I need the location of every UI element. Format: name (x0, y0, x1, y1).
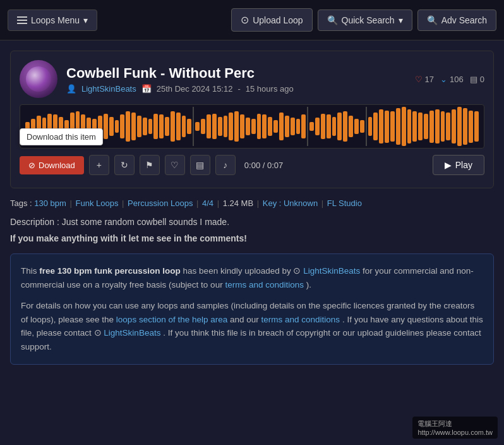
loop-stats: ♡ 17 ⌄ 106 ▤ 0 (415, 75, 484, 84)
watermark-url: http://www.loopu.com.tw (417, 429, 493, 436)
avatar (20, 60, 57, 98)
loop-title-area: Cowbell Funk - Without Perc 👤 LightSkinB… (66, 65, 406, 94)
tags-label: Tags : (10, 198, 32, 208)
comment-button[interactable]: ▤ (190, 155, 210, 175)
time-total: 0:07 (267, 161, 283, 170)
info-para-1: This free 130 bpm funk percussion loop h… (21, 264, 483, 291)
controls-bar: Download this item ⊘ Download + ↻ ⚑ ♡ ▤ … (20, 151, 484, 179)
loop-button[interactable]: ↻ (114, 155, 135, 175)
watermark: 電腦王阿達 http://www.loopu.com.tw (412, 417, 498, 439)
upload-loop-button[interactable]: ⊙ Upload Loop (231, 8, 312, 32)
favorite-button[interactable]: ♡ (165, 155, 185, 175)
upload-loop-label: Upload Loop (253, 15, 303, 25)
info-username-link[interactable]: LightSkinBeats (303, 266, 360, 276)
info-p1-after: has been kindly uploaded by (183, 266, 294, 276)
header-left: Loops Menu ▾ (8, 9, 226, 31)
user-icon: 👤 (66, 84, 76, 94)
loops-menu-button[interactable]: Loops Menu ▾ (8, 9, 97, 31)
download-button[interactable]: ⊘ Download (20, 156, 84, 174)
play-button[interactable]: ▶ Play (433, 155, 484, 175)
flag-icon: ⚑ (145, 160, 153, 170)
tag-percussion-loops[interactable]: Percussion Loops (128, 198, 193, 208)
download-count-icon: ⌄ (440, 75, 447, 84)
likes-badge: ♡ 17 (415, 75, 434, 84)
comment-btn-icon: ▤ (196, 160, 204, 170)
adv-search-icon: 🔍 (427, 15, 438, 25)
downloads-count: 106 (450, 75, 464, 84)
info-box: This free 130 bpm funk percussion loop h… (10, 253, 494, 365)
info-username-link-2[interactable]: LightSkinBeats (104, 328, 160, 338)
adv-search-button[interactable]: 🔍 Adv Search (417, 9, 496, 31)
time-ago: 15 hours ago (246, 84, 294, 94)
hamburger-icon (17, 16, 27, 24)
avatar-inner (26, 66, 51, 92)
tags-row: Tags : 130 bpm | Funk Loops | Percussion… (10, 198, 494, 208)
date-separator: - (237, 84, 240, 94)
loop-meta: 👤 LightSkinBeats 📅 25th Dec 2024 15:12 -… (66, 84, 406, 94)
search-icon: 🔍 (327, 15, 338, 25)
volume-icon: ♪ (223, 160, 227, 170)
quick-search-dropdown-icon: ▾ (399, 15, 403, 25)
description: Description : Just some random cowbell s… (10, 217, 494, 227)
main-content: Cowbell Funk - Without Perc 👤 LightSkinB… (0, 40, 504, 375)
dropdown-arrow-icon: ▾ (83, 15, 88, 25)
tag-filesize: 1.24 MB (223, 198, 253, 208)
quick-search-button[interactable]: 🔍 Quick Search ▾ (318, 9, 412, 31)
info-p1-bold: free 130 bpm funk percussion loop (39, 266, 181, 276)
adv-search-label: Adv Search (441, 15, 487, 25)
play-icon: ▶ (445, 160, 452, 170)
download-icon: ⊘ (28, 161, 35, 170)
comments-count: 0 (480, 75, 484, 84)
info-p1-end: ). (306, 280, 311, 290)
heart-icon: ♡ (415, 75, 423, 84)
loop-card: Cowbell Funk - Without Perc 👤 LightSkinB… (10, 51, 494, 188)
tag-130bpm[interactable]: 130 bpm (34, 198, 66, 208)
tag-key-unknown[interactable]: Key : Unknown (263, 198, 318, 208)
time-display: 0:00 / 0:07 (244, 161, 283, 170)
info-terms-link-1[interactable]: terms and conditions (225, 280, 304, 290)
flag-button[interactable]: ⚑ (140, 155, 160, 175)
info-p2-middle: and our (230, 315, 261, 324)
heart-btn-icon: ♡ (171, 160, 179, 170)
header-right: ⊙ Upload Loop 🔍 Quick Search ▾ 🔍 Adv Sea… (231, 8, 496, 32)
info-terms-link-2[interactable]: terms and conditions (261, 315, 340, 324)
calendar-icon: 📅 (141, 84, 152, 94)
watermark-text: 電腦王阿達 (417, 420, 452, 427)
info-help-link[interactable]: loops section of the help area (116, 315, 227, 324)
comment-icon: ▤ (470, 75, 477, 84)
upload-icon: ⊙ (241, 14, 249, 26)
user-circle-icon-2: ⊙ (94, 328, 102, 338)
play-label: Play (455, 160, 472, 170)
loop-icon: ↻ (121, 160, 128, 170)
user-circle-icon: ⊙ (293, 266, 301, 276)
comments-badge: ▤ 0 (470, 75, 484, 84)
header: Loops Menu ▾ ⊙ Upload Loop 🔍 Quick Searc… (0, 0, 504, 40)
download-label: Download (39, 161, 75, 170)
quick-search-label: Quick Search (342, 15, 395, 25)
volume-button[interactable]: ♪ (215, 155, 236, 175)
loop-date: 25th Dec 2024 15:12 (157, 84, 233, 94)
description-note: If you make anything with it let me see … (10, 233, 494, 243)
time-current: 0:00 (244, 161, 260, 170)
info-para-2: For details on how you can use any loops… (21, 299, 483, 353)
plus-icon: + (97, 160, 102, 170)
loop-header: Cowbell Funk - Without Perc 👤 LightSkinB… (20, 60, 484, 98)
tag-4-4[interactable]: 4/4 (202, 198, 213, 208)
download-tooltip: Download this item (20, 128, 103, 145)
username-link[interactable]: LightSkinBeats (81, 84, 136, 94)
add-button[interactable]: + (89, 155, 109, 175)
loops-menu-label: Loops Menu (31, 15, 80, 25)
loop-title: Cowbell Funk - Without Perc (66, 65, 406, 82)
info-p1-before: This (21, 266, 39, 276)
downloads-badge: ⌄ 106 (440, 75, 464, 84)
time-separator: / (263, 161, 267, 170)
tag-fl-studio[interactable]: FL Studio (327, 198, 362, 208)
likes-count: 17 (425, 75, 434, 84)
tag-funk-loops[interactable]: Funk Loops (76, 198, 119, 208)
